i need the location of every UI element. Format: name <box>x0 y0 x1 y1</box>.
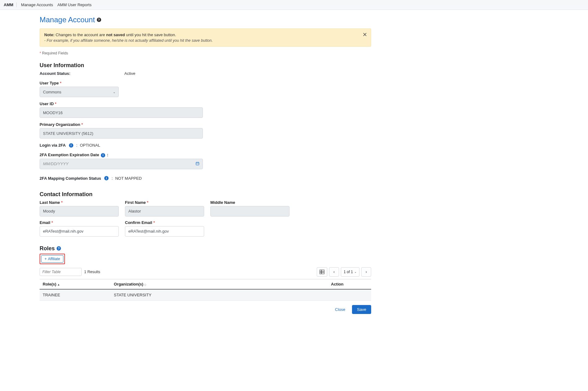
user-id-label: User ID * <box>40 101 371 106</box>
note-banner: ✕ Note: Changes to the account are not s… <box>40 28 371 47</box>
exemption-label: 2FA Exemption Expiration Date i : <box>40 153 371 157</box>
email-label: Email * <box>40 220 119 225</box>
asterisk-icon: * <box>61 200 62 205</box>
primary-org-field[interactable]: STATE UNIVERSITY (5612) <box>40 128 203 139</box>
asterisk-icon: * <box>40 51 41 55</box>
nav-user-reports[interactable]: AMM User Reports <box>57 2 92 7</box>
info-icon[interactable]: i <box>104 176 109 180</box>
user-type-select[interactable]: Commons ⌄ <box>40 87 119 97</box>
asterisk-icon: * <box>81 122 83 127</box>
note-sub: - For example, if you affiliate someone,… <box>44 38 367 43</box>
middle-name-field[interactable] <box>210 206 290 217</box>
required-legend: * Required Fields <box>40 51 371 55</box>
roles-table: Role(s)▲ Organization(s)◇ Action TRAINEE… <box>40 279 371 301</box>
note-post: until you hit the save button. <box>125 32 176 37</box>
note-bold: not saved <box>106 32 125 37</box>
sort-icon: ◇ <box>144 283 146 286</box>
account-status-row: Account Status: Active <box>40 71 371 76</box>
info-icon[interactable]: i <box>101 153 105 157</box>
chevron-down-icon: ⌄ <box>354 270 357 273</box>
mapping-status-row: 2FA Mapping Completion Status i : NOT MA… <box>40 176 371 181</box>
col-role[interactable]: Role(s)▲ <box>40 279 111 289</box>
svg-rect-0 <box>196 162 199 165</box>
nav-manage-accounts[interactable]: Manage Accounts <box>21 2 53 7</box>
last-name-label: Last Name * <box>40 200 119 205</box>
filter-table-input[interactable] <box>40 268 82 276</box>
close-button[interactable]: Close <box>331 305 349 314</box>
user-type-value: Commons <box>43 90 61 94</box>
info-icon[interactable]: i <box>69 143 73 148</box>
email-field[interactable]: eRATest@mail.nih.gov <box>40 226 119 237</box>
close-icon[interactable]: ✕ <box>363 32 367 37</box>
login-2fa-value: OPTIONAL <box>80 143 100 148</box>
help-icon[interactable]: ? <box>57 246 61 251</box>
brand: AMM <box>4 2 17 7</box>
mapping-value: NOT MAPPED <box>115 176 142 181</box>
note-line: Note: Changes to the account are not sav… <box>44 32 367 37</box>
first-name-label: First Name * <box>125 200 204 205</box>
confirm-email-label: Confirm Email * <box>125 220 204 225</box>
pager: ‹ 1 of 1 ⌄ › <box>317 267 371 277</box>
login-2fa-label: Login via 2FA <box>40 143 66 148</box>
asterisk-icon: * <box>147 200 148 205</box>
first-name-field[interactable]: Alastor <box>125 206 204 217</box>
help-icon[interactable]: ? <box>97 18 101 22</box>
primary-org-label: Primary Organization * <box>40 122 371 127</box>
page-title-text: Manage Account <box>40 15 95 24</box>
roles-heading: Roles <box>40 245 55 252</box>
results-count: 1 Results <box>84 270 100 274</box>
confirm-email-field[interactable]: eRATest@mail.nih.gov <box>125 226 204 237</box>
cell-org: STATE UNIVERSITY <box>111 289 328 301</box>
note-pre: Changes to the account are <box>56 32 106 37</box>
colon: : <box>76 143 78 148</box>
login-2fa-row: Login via 2FA i : OPTIONAL <box>40 143 371 148</box>
cell-role: TRAINEE <box>40 289 111 301</box>
required-legend-text: Required Fields <box>42 51 68 55</box>
affiliate-highlight: + Affiliate <box>40 254 65 264</box>
user-type-label: User Type * <box>40 81 371 85</box>
pager-prev-button[interactable]: ‹ <box>329 267 339 277</box>
grid-view-button[interactable] <box>317 267 327 277</box>
middle-name-label: Middle Name <box>210 200 290 205</box>
exemption-placeholder: MM/DD/YYYY <box>43 161 68 166</box>
pager-next-button[interactable]: › <box>361 267 371 277</box>
account-status-label: Account Status: <box>40 71 122 76</box>
affiliate-button[interactable]: + Affiliate <box>41 255 63 263</box>
pager-page-select[interactable]: 1 of 1 ⌄ <box>341 267 359 277</box>
note-label: Note: <box>44 32 54 37</box>
asterisk-icon: * <box>60 81 62 85</box>
save-button[interactable]: Save <box>352 305 371 314</box>
top-nav: AMM Manage Accounts AMM User Reports <box>0 0 588 10</box>
table-row: TRAINEE STATE UNIVERSITY <box>40 289 371 301</box>
mapping-label: 2FA Mapping Completion Status <box>40 176 101 181</box>
cell-action <box>328 289 371 301</box>
plus-icon: + <box>45 257 47 261</box>
user-info-heading: User Information <box>40 62 371 69</box>
asterisk-icon: * <box>51 220 53 225</box>
col-org[interactable]: Organization(s)◇ <box>111 279 328 289</box>
asterisk-icon: * <box>153 220 155 225</box>
affiliate-label: Affiliate <box>48 257 60 261</box>
col-action: Action <box>328 279 371 289</box>
last-name-field[interactable]: Moody <box>40 206 119 217</box>
account-status-value: Active <box>124 71 135 76</box>
exemption-date-field[interactable]: MM/DD/YYYY <box>40 159 203 169</box>
user-id-field[interactable]: MOODY16 <box>40 107 203 118</box>
page-title: Manage Account ? <box>40 15 371 24</box>
calendar-icon[interactable] <box>195 161 200 166</box>
asterisk-icon: * <box>55 101 56 106</box>
chevron-down-icon: ⌄ <box>113 90 115 94</box>
contact-heading: Contact Information <box>40 191 371 198</box>
svg-rect-4 <box>320 270 324 274</box>
sort-asc-icon: ▲ <box>57 283 60 286</box>
